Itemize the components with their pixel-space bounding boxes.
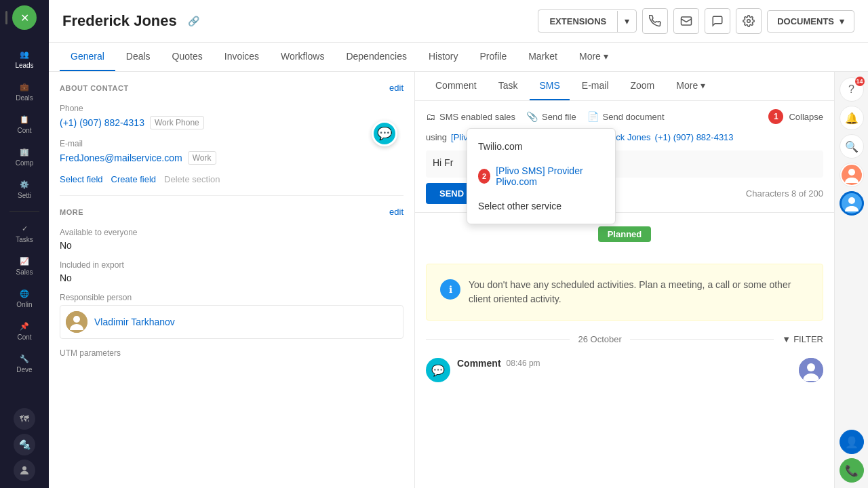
about-contact-edit[interactable]: edit [389, 83, 403, 93]
responsible-field: Responsible person Vladimir Tarkhanov [60, 293, 403, 339]
send-document-button[interactable]: 📄 Send document [587, 111, 665, 122]
tab-profile[interactable]: Profile [469, 43, 518, 71]
sidebar: ✕ 👥 Leads 💼 Deals 📋 Cont 🏢 Comp ⚙️ Setti… [0, 0, 49, 488]
tab-invoices[interactable]: Invoices [214, 43, 270, 71]
sms-enabled-button[interactable]: 🗂 SMS enabled sales [426, 111, 515, 122]
svg-rect-1 [682, 17, 692, 25]
delete-section-link[interactable]: Delete section [164, 174, 220, 184]
send-file-label: Send file [542, 112, 576, 122]
send-doc-label: Send document [603, 112, 665, 122]
tab-market[interactable]: Market [517, 43, 568, 71]
main-content: Frederick Jones 🔗 EXTENSIONS ▾ DOCUMENTS… [49, 0, 868, 488]
utm-label: UTM parameters [60, 348, 403, 358]
sms-composer: 🗂 SMS enabled sales 📎 Send file 📄 Send d… [415, 101, 834, 213]
sidebar-icon: 🌐 [20, 289, 29, 298]
sidebar-bottom: 🗺 🔩 [14, 408, 35, 488]
sidebar-item-leads[interactable]: 👥 Leads [0, 43, 49, 76]
sidebar-label: Deals [16, 94, 33, 102]
extensions-button[interactable]: EXTENSIONS ▾ [538, 9, 637, 33]
config-icon[interactable]: 🔩 [14, 434, 35, 455]
activity-tab-more[interactable]: More ▾ [667, 72, 715, 100]
available-field: Available to everyone No [60, 228, 403, 251]
search-button[interactable]: 🔍 [840, 134, 864, 159]
bell-icon: 🔔 [845, 112, 859, 125]
sidebar-item-online[interactable]: 🌐 Onlin [0, 283, 49, 315]
activity-tab-task[interactable]: Task [489, 72, 528, 100]
tab-deals[interactable]: Deals [115, 43, 161, 71]
settings-button[interactable] [736, 8, 762, 34]
export-value: No [60, 272, 403, 283]
create-field-link[interactable]: Create field [111, 174, 156, 184]
sidebar-item-contacts[interactable]: 📋 Cont [0, 108, 49, 141]
tab-more[interactable]: More ▾ [568, 43, 619, 71]
dropdown-item-plivo[interactable]: 2 [Plivo SMS] Provider Plivo.com [467, 159, 615, 194]
crm-button[interactable]: 👤 [840, 430, 864, 454]
sidebar-item-companies[interactable]: 🏢 Comp [0, 141, 49, 174]
search-icon: 🔍 [845, 140, 859, 153]
extensions-label[interactable]: EXTENSIONS [538, 11, 618, 32]
paperclip-icon: 📎 [526, 111, 538, 122]
responsible-name[interactable]: Vladimir Tarkhanov [94, 317, 175, 327]
collapse-button[interactable]: Collapse [789, 112, 823, 122]
sidebar-icon: 👥 [20, 50, 29, 59]
tab-workflows[interactable]: Workflows [270, 43, 335, 71]
phone-button[interactable] [642, 8, 668, 34]
contact-phone-link[interactable]: (+1) (907) 882-4313 [655, 132, 734, 142]
tab-general[interactable]: General [60, 43, 115, 71]
send-file-button[interactable]: 📎 Send file [526, 111, 576, 122]
activity-tab-comment[interactable]: Comment [426, 72, 486, 100]
comment-time: 08:46 pm [507, 359, 540, 368]
sitemap-icon[interactable]: 🗺 [14, 408, 35, 430]
activity-tab-sms[interactable]: SMS [530, 72, 569, 100]
filter-button[interactable]: ▼ FILTER [782, 334, 823, 344]
svg-point-6 [807, 363, 815, 371]
sidebar-item-settings[interactable]: ⚙️ Setti [0, 174, 49, 206]
avatar-button-2[interactable] [840, 191, 864, 216]
sidebar-item-sales[interactable]: 📈 Sales [0, 250, 49, 283]
sidebar-item-tasks[interactable]: ✓ Tasks [0, 218, 49, 250]
close-button[interactable]: ✕ [12, 5, 37, 30]
activity-tab-email[interactable]: E-mail [572, 72, 618, 100]
sidebar-item-dev[interactable]: 🔧 Deve [0, 348, 49, 380]
tab-history[interactable]: History [418, 43, 469, 71]
avatar-button-1[interactable] [840, 163, 864, 187]
close-icon: ✕ [20, 12, 29, 24]
link-icon[interactable]: 🔗 [188, 16, 199, 26]
phone-dial-button[interactable]: 📞 [840, 458, 864, 483]
bell-button[interactable]: 🔔 [840, 106, 864, 130]
sidebar-label: Setti [18, 192, 31, 199]
chat-button[interactable] [705, 8, 730, 34]
about-contact-header: ABOUT CONTACT edit [60, 83, 403, 93]
email-label: E-mail [60, 139, 403, 148]
char-count: Characters 8 of 200 [746, 188, 823, 199]
extensions-arrow-icon[interactable]: ▾ [618, 10, 636, 32]
documents-arrow-icon: ▾ [840, 16, 844, 26]
email-row: FredJones@mailservice.com Work [60, 151, 403, 165]
phone-tag: Work Phone [150, 116, 204, 129]
select-field-link[interactable]: Select field [60, 174, 103, 184]
tab-quotes[interactable]: Quotes [161, 43, 214, 71]
collapse-label: Collapse [789, 112, 823, 122]
tab-dependencies[interactable]: Dependencies [335, 43, 418, 71]
sidebar-divider [9, 211, 39, 212]
documents-button[interactable]: DOCUMENTS ▾ [767, 10, 854, 33]
email-tag: Work [188, 151, 216, 165]
dropdown-item-other[interactable]: Select other service [467, 194, 615, 218]
doc-icon: 📄 [587, 111, 599, 122]
more-edit[interactable]: edit [389, 207, 403, 217]
help-button[interactable]: ? 14 [840, 77, 864, 102]
dropdown-item-twilio[interactable]: Twilio.com [467, 134, 615, 159]
email-button[interactable] [673, 8, 699, 34]
responsible-label: Responsible person [60, 293, 403, 302]
more-section-header: MORE edit [60, 207, 403, 217]
phone-value[interactable]: (+1) (907) 882-4313 [60, 117, 144, 128]
sidebar-item-cont2[interactable]: 📌 Cont [0, 315, 49, 348]
email-value[interactable]: FredJones@mailservice.com [60, 152, 182, 163]
comment-icon-wrap: 💬 [426, 358, 450, 382]
sidebar-label: Leads [15, 62, 33, 69]
user-icon[interactable] [14, 460, 35, 481]
crm-icon: 👤 [845, 436, 859, 449]
sidebar-item-deals[interactable]: 💼 Deals [0, 76, 49, 108]
responsible-person[interactable]: Vladimir Tarkhanov [60, 305, 403, 339]
activity-tab-zoom[interactable]: Zoom [621, 72, 665, 100]
